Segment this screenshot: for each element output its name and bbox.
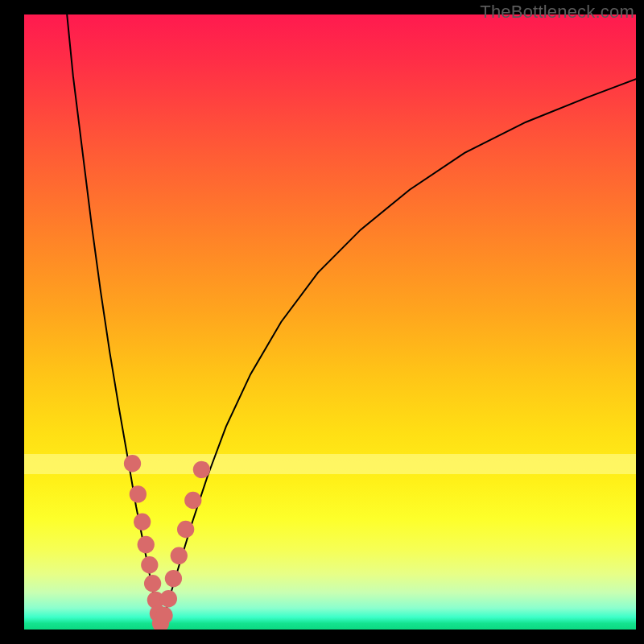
highlight-dot [138,536,155,553]
highlight-dot [130,485,147,502]
highlight-dot [141,556,158,573]
highlight-dot [184,492,201,509]
highlight-dot [160,590,177,607]
highlight-dots-group [124,455,210,630]
highlight-dot [165,570,182,587]
highlight-dot [193,461,210,478]
frame: TheBottleneck.com [0,0,644,644]
curve-right-branch [160,79,636,625]
highlight-dot [177,521,194,538]
watermark-text: TheBottleneck.com [480,2,634,23]
chart-plot-area [24,14,636,630]
highlight-dot [144,575,161,592]
highlight-dot [134,514,151,530]
highlight-dot [124,455,141,472]
highlight-dot [171,547,188,564]
chart-svg [24,14,636,630]
curve-left-branch [67,14,160,625]
highlight-dot [155,607,172,624]
